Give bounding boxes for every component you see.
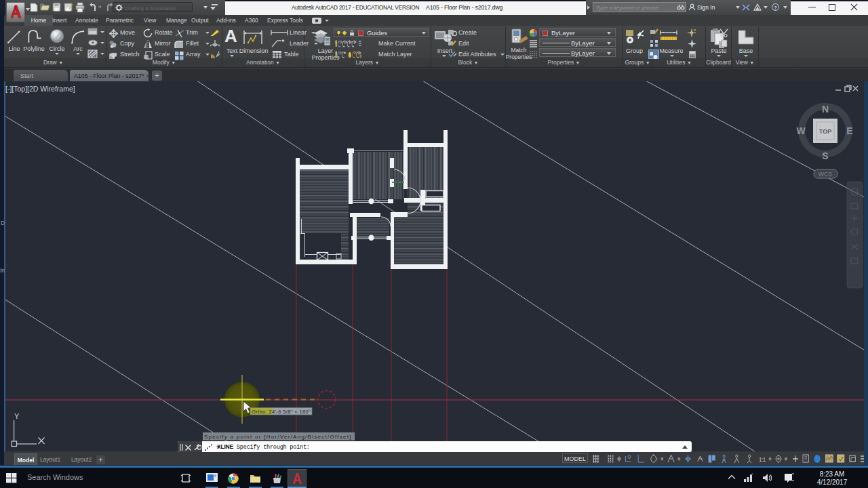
svg-text:[-][Top][2D Wireframe]: [-][Top][2D Wireframe]: [5, 85, 75, 93]
svg-text:1:1: 1:1: [759, 456, 766, 463]
svg-text:N: N: [822, 104, 829, 115]
svg-text:S: S: [822, 150, 828, 161]
svg-text:TOP: TOP: [819, 128, 831, 135]
svg-text:W: W: [796, 125, 806, 136]
svg-text:Specify a point or [Hor/Ver/An: Specify a point or [Hor/Ver/Ang/Bisect/O…: [204, 434, 353, 440]
svg-text:WCS: WCS: [818, 171, 832, 178]
svg-text:Y: Y: [14, 412, 20, 420]
svg-text:Ortho: 24'-6 5/8" < 180°: Ortho: 24'-6 5/8" < 180°: [252, 409, 311, 415]
svg-text:E: E: [846, 125, 852, 136]
